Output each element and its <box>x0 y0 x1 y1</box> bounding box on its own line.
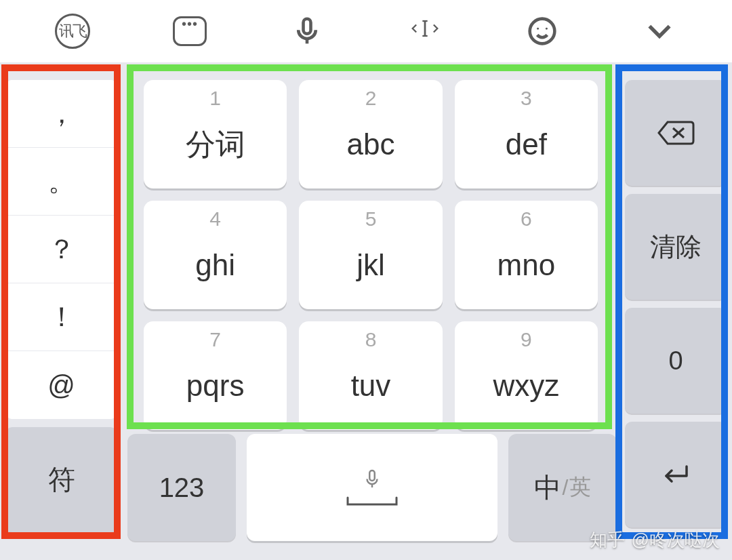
key-1-fenci[interactable]: 1 分词 <box>144 80 287 188</box>
key-number: 6 <box>521 207 532 231</box>
lang-zh-label: 中 <box>534 469 561 506</box>
collapse-keyboard-button[interactable] <box>641 13 678 49</box>
punct-period[interactable]: 。 <box>5 148 117 216</box>
ifly-logo-button[interactable]: 讯飞 <box>54 13 91 49</box>
symbols-button[interactable]: 符 <box>5 427 117 532</box>
key-number: 4 <box>209 207 221 231</box>
clear-button[interactable]: 清除 <box>625 194 727 300</box>
key-number: 9 <box>521 328 532 351</box>
svg-rect-0 <box>304 19 311 34</box>
punct-question[interactable]: ？ <box>5 216 117 283</box>
key-number: 3 <box>521 87 532 110</box>
key-label: ghi <box>195 248 235 282</box>
key-label: jkl <box>357 248 385 282</box>
key-label: def <box>506 127 547 161</box>
key-5-jkl[interactable]: 5 jkl <box>299 201 442 309</box>
backspace-icon <box>657 119 695 146</box>
svg-point-6 <box>537 28 539 30</box>
action-column: 清除 0 <box>625 62 727 527</box>
mic-icon <box>292 16 322 46</box>
t9-keypad: 1 分词 2 abc 3 def 4 ghi 5 jkl 6 mno 7 pqr… <box>136 72 606 438</box>
lang-en-label: 英 <box>569 473 591 502</box>
key-7-pqrs[interactable]: 7 pqrs <box>144 321 287 430</box>
key-3-def[interactable]: 3 def <box>455 80 598 188</box>
enter-button[interactable] <box>625 422 727 527</box>
cursor-icon <box>410 14 440 49</box>
key-number: 7 <box>209 328 221 351</box>
key-label: pqrs <box>186 369 245 403</box>
key-label: mno <box>497 248 556 282</box>
watermark: 知乎 @咚次哒次 <box>590 528 720 552</box>
key-9-wxyz[interactable]: 9 wxyz <box>455 321 598 430</box>
voice-input-button[interactable] <box>289 13 325 49</box>
space-mic-icon <box>362 468 382 494</box>
punct-at[interactable]: @ <box>5 351 117 419</box>
svg-point-5 <box>530 19 555 44</box>
key-label: abc <box>347 127 395 161</box>
key-label: tuv <box>351 369 391 403</box>
zhihu-logo: 知乎 <box>590 528 625 552</box>
key-4-ghi[interactable]: 4 ghi <box>144 201 287 309</box>
chevron-down-icon <box>645 16 674 46</box>
number-mode-button[interactable]: 123 <box>127 434 236 541</box>
keyboard-toolbar: 讯飞 <box>0 0 732 62</box>
watermark-user: @咚次哒次 <box>632 528 720 552</box>
key-label: wxyz <box>493 369 559 403</box>
punctuation-list: ， 。 ？ ！ @ <box>5 80 117 419</box>
lang-sep: / <box>563 475 569 500</box>
cursor-move-button[interactable] <box>407 13 443 49</box>
backspace-button[interactable] <box>625 80 727 186</box>
zero-button[interactable]: 0 <box>625 308 727 414</box>
punct-exclaim[interactable]: ！ <box>5 283 117 351</box>
key-number: 1 <box>209 87 221 110</box>
key-number: 8 <box>365 328 377 351</box>
punct-comma[interactable]: ， <box>5 80 117 148</box>
key-label: 分词 <box>186 125 245 165</box>
svg-rect-10 <box>369 471 375 481</box>
key-6-mno[interactable]: 6 mno <box>455 201 598 309</box>
punctuation-column: ， 。 ？ ！ @ 符 <box>5 62 117 532</box>
key-2-abc[interactable]: 2 abc <box>299 80 442 188</box>
emoji-button[interactable] <box>524 13 561 49</box>
key-number: 2 <box>365 87 377 110</box>
keyboard-switch-button[interactable] <box>171 13 208 49</box>
bottom-row: 123 中/英 <box>127 434 617 541</box>
key-8-tuv[interactable]: 8 tuv <box>299 321 442 430</box>
space-key[interactable] <box>247 434 497 541</box>
enter-icon <box>661 462 691 487</box>
smiley-icon <box>527 16 557 46</box>
keyboard-area: ， 。 ？ ！ @ 符 1 分词 2 abc 3 def 4 ghi 5 jkl <box>0 62 732 560</box>
keyboard-icon <box>173 16 207 46</box>
svg-point-7 <box>546 28 548 30</box>
ifly-logo-icon: 讯飞 <box>55 14 90 49</box>
space-bracket-icon <box>345 496 399 507</box>
key-number: 5 <box>365 207 377 231</box>
language-toggle-button[interactable]: 中/英 <box>508 434 617 541</box>
